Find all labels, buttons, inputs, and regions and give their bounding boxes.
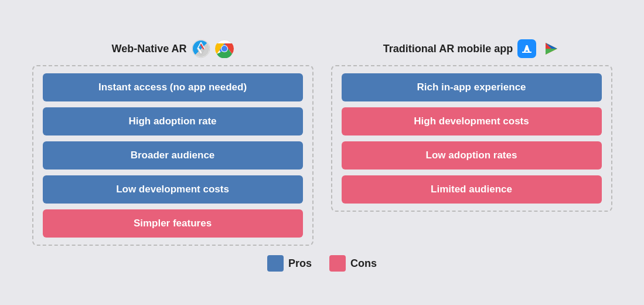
cons-label: Cons [350, 257, 377, 270]
list-item: Instant access (no app needed) [43, 73, 303, 101]
list-item: High development costs [342, 107, 602, 135]
svg-marker-19 [546, 49, 557, 55]
left-card-box: Instant access (no app needed) High adop… [32, 65, 314, 246]
chrome-icon [215, 39, 234, 58]
left-column-title: Web-Native AR [111, 43, 186, 55]
list-item: High adoption rate [43, 107, 303, 135]
appstore-icon: A [517, 39, 536, 58]
legend-cons: Cons [329, 255, 377, 272]
left-column-header: Web-Native AR [111, 39, 233, 58]
list-item: Limited audience [342, 175, 602, 204]
legend-pros: Pros [267, 255, 312, 272]
list-item: Rich in-app experience [342, 73, 602, 101]
columns-container: Web-Native AR [18, 39, 626, 246]
right-column: Traditional AR mobile app A [331, 39, 612, 246]
list-item: Simpler features [43, 209, 303, 238]
cons-swatch [329, 255, 346, 272]
safari-icon [192, 39, 210, 58]
svg-point-12 [222, 46, 227, 52]
list-item: Low adoption rates [342, 141, 602, 170]
list-item: Broader audience [43, 141, 303, 170]
playstore-icon [541, 39, 560, 58]
right-column-header: Traditional AR mobile app A [383, 39, 560, 58]
list-item: Low development costs [43, 175, 303, 204]
pros-swatch [267, 255, 284, 272]
right-card-box: Rich in-app experience High development … [331, 65, 612, 212]
left-column: Web-Native AR [32, 39, 314, 246]
legend: Pros Cons [267, 255, 377, 272]
main-container: Web-Native AR [0, 28, 644, 277]
pros-label: Pros [288, 257, 312, 270]
right-column-title: Traditional AR mobile app [383, 43, 513, 55]
